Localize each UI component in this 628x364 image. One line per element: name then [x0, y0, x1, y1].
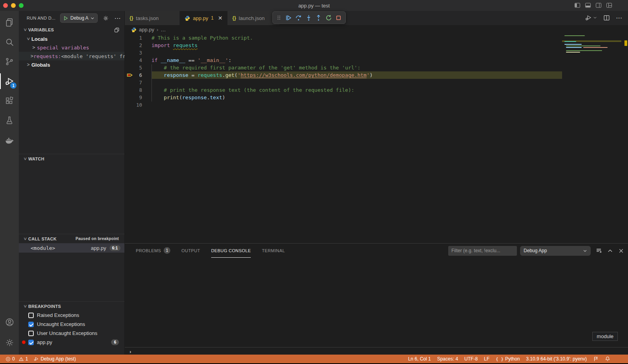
line-number[interactable]: 7 [125, 79, 152, 86]
settings-gear-icon[interactable] [0, 333, 19, 352]
variable-requests[interactable]: >requests:<module 'requests' fr… [19, 52, 124, 60]
extensions-icon[interactable] [0, 91, 19, 111]
python-interpreter[interactable]: 3.10.9 64-bit ('3.10.9': pyenv) [526, 356, 587, 362]
language-mode[interactable]: { } Python [496, 356, 520, 362]
encoding[interactable]: UTF-8 [464, 356, 478, 362]
search-icon[interactable] [0, 32, 19, 52]
line-number[interactable]: 10 [125, 101, 152, 109]
breakpoint-row-2[interactable]: User Uncaught Exceptions [19, 329, 124, 338]
console-prompt-icon[interactable]: › [130, 349, 131, 355]
watch-section-header[interactable]: > WATCH [19, 154, 124, 163]
code-line-10[interactable]: 10 [125, 101, 562, 109]
code-line-1[interactable]: 1# This is a sample Python script. [125, 34, 562, 42]
close-panel-icon[interactable] [618, 248, 624, 254]
minimap[interactable] [562, 34, 621, 243]
code-line-2[interactable]: 2import requests [125, 42, 562, 49]
breadcrumb[interactable]: app.py › … [125, 25, 628, 34]
callstack-section-header[interactable]: > CALL STACK Paused on breakpoint [19, 234, 124, 243]
line-number[interactable]: 8 [125, 86, 152, 94]
variables-section-header[interactable]: > VARIABLES [19, 25, 124, 35]
overview-ruler[interactable] [621, 34, 628, 243]
console-suggestion[interactable]: module [592, 332, 618, 341]
run-or-debug-button[interactable] [585, 14, 597, 21]
variables-scope-globals[interactable]: >Globals [19, 60, 124, 69]
duplicate-view-icon[interactable] [114, 27, 120, 33]
cursor-position[interactable]: Ln 6, Col 1 [408, 356, 431, 362]
debug-session-status[interactable]: Debug App (test) [33, 356, 76, 362]
current-line-breakpoint-arrow-icon[interactable] [127, 73, 133, 78]
breadcrumb-file[interactable]: app.py [139, 27, 154, 33]
step-out-icon[interactable] [315, 15, 322, 21]
code-line-content: # print the response text (the content o… [152, 86, 562, 94]
debug-config-dropdown[interactable]: Debug A [60, 13, 98, 23]
breakpoint-checkbox[interactable] [28, 313, 34, 318]
flag-icon[interactable] [593, 356, 599, 362]
code-line-4[interactable]: 4if __name__ == '__main__': [125, 56, 562, 64]
variable-special-variables[interactable]: >special variables [19, 43, 124, 52]
indentation[interactable]: Spaces: 4 [437, 356, 458, 362]
more-actions-icon[interactable]: ··· [616, 15, 623, 21]
docker-icon[interactable] [0, 130, 19, 150]
breakpoint-checkbox[interactable] [28, 322, 34, 327]
notifications-bell-icon[interactable] [605, 356, 610, 362]
accounts-icon[interactable] [0, 312, 19, 332]
line-number[interactable]: 5 [125, 64, 152, 71]
code-line-7[interactable]: 7 [125, 79, 562, 86]
restart-icon[interactable] [325, 15, 332, 21]
line-number[interactable]: 2 [125, 42, 152, 49]
maximize-panel-icon[interactable] [607, 248, 613, 254]
source-control-icon[interactable] [0, 52, 19, 71]
line-number[interactable]: 4 [125, 56, 152, 64]
minimize-window-button[interactable] [11, 3, 16, 8]
code-line-9[interactable]: 9 print(response.text) [125, 94, 562, 101]
breakpoint-row-3[interactable]: app.py6 [19, 338, 124, 347]
split-editor-icon[interactable] [603, 15, 610, 21]
breakpoint-row-1[interactable]: Uncaught Exceptions [19, 320, 124, 329]
panel-tab-debug-console[interactable]: DEBUG CONSOLE [211, 244, 251, 258]
breakpoint-checkbox[interactable] [28, 331, 34, 336]
breakpoints-section-header[interactable]: > BREAKPOINTS [19, 301, 124, 311]
code-line-5[interactable]: 5 # the required first parameter of the … [125, 64, 562, 71]
eol-sequence[interactable]: LF [484, 356, 489, 362]
debug-session-select[interactable]: Debug App [520, 246, 591, 256]
panel-tab-problems[interactable]: PROBLEMS1 [136, 244, 170, 258]
step-over-icon[interactable] [295, 15, 302, 21]
clear-console-icon[interactable] [596, 248, 602, 254]
line-number[interactable]: 9 [125, 94, 152, 101]
toggle-sidebar-icon[interactable] [574, 2, 581, 8]
breakpoint-row-0[interactable]: Raised Exceptions [19, 311, 124, 320]
stop-icon[interactable] [335, 15, 342, 21]
debug-console-output[interactable] [125, 258, 628, 347]
variables-scope-locals[interactable]: >Locals [19, 35, 124, 43]
console-filter-input[interactable] [448, 246, 517, 256]
more-actions-icon[interactable]: ··· [115, 15, 121, 21]
customize-layout-icon[interactable] [606, 2, 612, 8]
toggle-secondary-sidebar-icon[interactable] [595, 2, 602, 8]
tab-tasks-json[interactable]: {} tasks.json [125, 11, 180, 25]
testing-flask-icon[interactable] [0, 111, 19, 130]
code-line-6[interactable]: 6 response = requests.get('https://w3sch… [125, 71, 562, 79]
callstack-frame-row[interactable]: <module> app.py 6:1 [19, 243, 124, 253]
toolbar-drag-handle[interactable] [276, 15, 282, 20]
close-window-button[interactable] [3, 3, 8, 8]
breakpoint-checkbox[interactable] [28, 340, 34, 345]
frame-position-badge: 6:1 [110, 245, 120, 251]
run-and-debug-icon[interactable]: 1 [0, 71, 19, 91]
close-tab-icon[interactable]: ✕ [218, 15, 223, 21]
toggle-panel-icon[interactable] [585, 2, 591, 8]
continue-icon[interactable] [285, 15, 292, 21]
line-number[interactable]: 1 [125, 34, 152, 42]
maximize-window-button[interactable] [19, 3, 24, 8]
panel-tab-terminal[interactable]: TERMINAL [262, 244, 285, 258]
problems-status[interactable]: 0 1 [5, 356, 28, 362]
explorer-icon[interactable] [0, 13, 19, 32]
code-line-3[interactable]: 3 [125, 49, 562, 56]
tab-app-py[interactable]: app.py 1 ✕ [180, 11, 228, 25]
code-line-8[interactable]: 8 # print the response text (the content… [125, 86, 562, 94]
step-into-icon[interactable] [305, 15, 312, 21]
panel-tab-output[interactable]: OUTPUT [181, 244, 200, 258]
debug-settings-gear-icon[interactable] [102, 15, 109, 22]
breadcrumb-symbol[interactable]: … [161, 27, 166, 33]
code-editor[interactable]: 1# This is a sample Python script.2impor… [125, 34, 562, 243]
line-number[interactable]: 3 [125, 49, 152, 56]
